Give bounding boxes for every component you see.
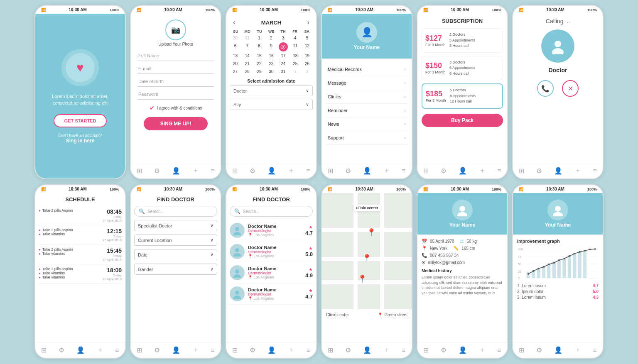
cal-day[interactable]: 18	[290, 52, 301, 59]
nav-settings[interactable]: ⚙	[441, 167, 447, 175]
nav-add[interactable]: ＋	[192, 346, 199, 354]
cal-day[interactable]: 3	[277, 34, 289, 42]
specialist-dropdown[interactable]: Specialist Doctor ∨	[134, 220, 217, 231]
nav-settings[interactable]: ⚙	[154, 346, 160, 354]
cal-day[interactable]: 15	[254, 52, 265, 59]
menu-medical-records[interactable]: Medical Records ›	[326, 63, 407, 76]
nav-profile[interactable]: 👤	[459, 346, 467, 354]
nav-settings[interactable]: ⚙	[59, 346, 64, 354]
cal-day[interactable]: 27	[230, 68, 241, 75]
cal-day[interactable]: 19	[302, 52, 313, 59]
nav-menu[interactable]: ≡	[211, 347, 214, 354]
cal-day[interactable]: 25	[290, 60, 301, 67]
cal-day[interactable]: 31	[277, 68, 289, 75]
location-dropdown[interactable]: Current Location ∨	[134, 235, 217, 246]
nav-add[interactable]: ＋	[479, 346, 486, 354]
cal-day[interactable]: 2	[302, 68, 313, 75]
nav-grid[interactable]: ⊞	[328, 346, 333, 354]
cal-day[interactable]: 22	[254, 60, 265, 67]
cal-day[interactable]: 1	[254, 34, 265, 42]
nav-menu[interactable]: ≡	[497, 347, 501, 354]
nav-menu[interactable]: ≡	[115, 347, 119, 354]
cal-day[interactable]: 13	[230, 52, 241, 59]
map-pin-2[interactable]: 📍	[362, 254, 371, 263]
map-pin-3[interactable]: 📍	[358, 274, 367, 283]
cal-day[interactable]: 8	[254, 42, 265, 51]
nav-settings[interactable]: ⚙	[345, 346, 351, 354]
cal-day[interactable]: 11	[290, 42, 301, 51]
cal-day[interactable]: 2	[266, 34, 277, 42]
checkbox-icon[interactable]: ✔	[150, 105, 155, 111]
nav-settings[interactable]: ⚙	[250, 346, 255, 354]
cal-day[interactable]: 14	[242, 52, 253, 59]
nav-profile[interactable]: 👤	[267, 167, 276, 175]
nav-profile[interactable]: 👤	[554, 346, 562, 354]
nav-add[interactable]: ＋	[574, 346, 581, 354]
nav-add[interactable]: ＋	[383, 166, 390, 175]
cal-day[interactable]: 12	[302, 42, 313, 51]
cal-day[interactable]: 24	[277, 60, 289, 67]
photo-circle[interactable]: 📷	[165, 20, 186, 40]
prev-month-button[interactable]: ‹	[233, 19, 235, 26]
accept-call-button[interactable]: 📞	[537, 80, 554, 97]
nav-settings[interactable]: ⚙	[154, 167, 160, 175]
menu-reminder[interactable]: Reminder ›	[326, 104, 407, 117]
map-pin-1[interactable]: 📍	[367, 228, 376, 237]
nav-settings[interactable]: ⚙	[345, 167, 351, 175]
nav-add[interactable]: ＋	[479, 166, 486, 175]
next-month-button[interactable]: ›	[307, 19, 309, 26]
cal-day[interactable]: 29	[254, 68, 265, 75]
nav-grid[interactable]: ⊞	[519, 167, 524, 175]
cal-day[interactable]: 26	[302, 60, 313, 67]
cal-day-today[interactable]: 10	[279, 42, 288, 51]
nav-menu[interactable]: ≡	[211, 167, 214, 175]
menu-news[interactable]: News ›	[326, 117, 407, 131]
nav-grid[interactable]: ⊞	[41, 346, 47, 354]
cal-day[interactable]: 9	[266, 42, 277, 51]
nav-profile[interactable]: 👤	[363, 167, 371, 175]
nav-add[interactable]: ＋	[97, 346, 103, 354]
doctor-card-1[interactable]: Doctor Name Dermatologist 📍 Los Angeles …	[230, 220, 313, 241]
nav-grid[interactable]: ⊞	[423, 167, 429, 175]
doctor-card-3[interactable]: Doctor Name Dermatologist 📍 Los Angeles …	[230, 262, 313, 283]
search-bar[interactable]: 🔍 Search...	[134, 206, 217, 217]
nav-add[interactable]: ＋	[574, 166, 581, 175]
dob-field[interactable]	[137, 76, 214, 87]
nav-menu[interactable]: ≡	[306, 347, 310, 354]
nav-grid[interactable]: ⊞	[137, 167, 142, 175]
nav-add[interactable]: ＋	[383, 346, 390, 354]
cal-day[interactable]: 20	[230, 60, 241, 67]
nav-settings[interactable]: ⚙	[250, 167, 255, 175]
cal-day[interactable]: 6	[230, 42, 241, 51]
cal-day[interactable]: 23	[266, 60, 277, 67]
date-dropdown[interactable]: Date ∨	[134, 249, 217, 260]
nav-menu[interactable]: ≡	[402, 167, 405, 175]
cal-day[interactable]: 7	[242, 42, 253, 51]
nav-profile[interactable]: 👤	[363, 346, 371, 354]
cal-day[interactable]: 17	[277, 52, 289, 59]
fullname-field[interactable]	[137, 51, 214, 61]
nav-grid[interactable]: ⊞	[328, 167, 333, 175]
doctor-dropdown[interactable]: Doctor ∨	[230, 85, 313, 96]
doctor-card-2[interactable]: Doctor Name Dermatologist 📍 Los Angeles …	[230, 241, 313, 262]
nav-menu[interactable]: ≡	[402, 347, 405, 354]
nav-profile[interactable]: 👤	[267, 346, 276, 354]
cal-day[interactable]: 16	[266, 52, 277, 59]
nav-menu[interactable]: ≡	[497, 167, 501, 175]
nav-add[interactable]: ＋	[192, 166, 199, 175]
cal-day[interactable]: 31	[242, 34, 253, 42]
nav-add[interactable]: ＋	[288, 166, 294, 175]
password-field[interactable]	[137, 89, 214, 100]
signin-link[interactable]: Sing in here	[59, 138, 102, 144]
cal-day[interactable]: 5	[302, 34, 313, 42]
nav-grid[interactable]: ⊞	[519, 346, 524, 354]
cal-day[interactable]: 1	[290, 68, 301, 75]
nav-profile[interactable]: 👤	[459, 167, 467, 175]
nav-grid[interactable]: ⊞	[232, 346, 238, 354]
signup-button[interactable]: SING ME UP!	[144, 117, 208, 130]
cal-day[interactable]: 30	[230, 34, 241, 42]
email-field[interactable]	[137, 64, 214, 74]
nav-menu[interactable]: ≡	[306, 167, 310, 175]
nav-profile[interactable]: 👤	[172, 346, 180, 354]
cal-day[interactable]: 30	[266, 68, 277, 75]
